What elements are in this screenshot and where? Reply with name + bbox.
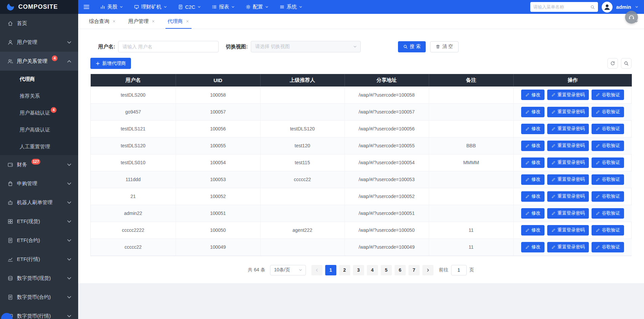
sidebar-item-6[interactable]: 机器人刷单管理 — [0, 193, 78, 212]
page-size-select[interactable]: 10条/页 — [270, 265, 306, 275]
goto-page-input[interactable] — [451, 265, 467, 275]
cell-referrer: test115 — [260, 154, 345, 171]
sidebar-subitem-1[interactable]: 代理商 — [0, 71, 78, 88]
sidebar-item-1[interactable]: 首页 — [0, 14, 78, 33]
edit-button[interactable]: 修改 — [521, 242, 545, 252]
filter-bar: 用户名: 切换视图: 请选择 切换视图 搜 索 清 空 — [90, 29, 631, 52]
tab-close-icon[interactable] — [112, 19, 116, 23]
edit-button[interactable]: 修改 — [521, 124, 545, 134]
sidebar-item-7[interactable]: ETF(现货) — [0, 212, 78, 231]
avatar[interactable] — [602, 2, 613, 13]
nav-item-5[interactable]: 配置 — [240, 0, 274, 14]
edit-icon — [596, 144, 600, 148]
action-button-label: 谷歌验证 — [602, 227, 620, 233]
sidebar-item-5[interactable]: 申购管理 — [0, 174, 78, 193]
caret-up-icon — [66, 58, 72, 64]
google-auth-button[interactable]: 谷歌验证 — [592, 225, 624, 236]
reset-password-button[interactable]: 重置登录密码 — [547, 141, 589, 151]
doc-icon — [178, 4, 183, 9]
sidebar-item-label: ETF(合约) — [17, 237, 40, 244]
google-auth-button[interactable]: 谷歌验证 — [592, 90, 624, 100]
sidebar-subitem-label: 用户基础认证 — [20, 110, 50, 116]
google-auth-button[interactable]: 谷歌验证 — [592, 174, 624, 185]
refresh-button[interactable] — [607, 58, 618, 69]
page-button-5[interactable]: 5 — [381, 265, 392, 275]
sidebar-subitem-4[interactable]: 用户高级认证 — [0, 121, 78, 138]
edit-button[interactable]: 修改 — [521, 225, 545, 236]
view-select[interactable]: 请选择 切换视图 — [251, 41, 361, 52]
edit-button[interactable]: 修改 — [521, 157, 545, 168]
username-label: 用户名: — [98, 44, 115, 50]
reset-password-button[interactable]: 重置登录密码 — [547, 157, 589, 168]
cell-actions: 修改重置登录密码谷歌验证 — [513, 171, 632, 188]
reset-password-button[interactable]: 重置登录密码 — [547, 107, 589, 117]
tab-2[interactable]: 用户管理 — [122, 14, 161, 29]
google-auth-button[interactable]: 谷歌验证 — [592, 191, 624, 202]
page-button-7[interactable]: 7 — [408, 265, 420, 275]
caret-down-icon — [66, 238, 72, 243]
sidebar-item-9[interactable]: ETF(行情) — [0, 250, 78, 269]
sidebar-item-4[interactable]: 财务127 — [0, 155, 78, 174]
search-button[interactable]: 搜 索 — [398, 41, 426, 52]
reset-password-button[interactable]: 重置登录密码 — [547, 208, 589, 219]
menu-search — [530, 2, 598, 12]
column-header-3: 上级推荐人 — [260, 74, 345, 87]
reset-password-button[interactable]: 重置登录密码 — [547, 90, 589, 100]
page-button-1[interactable]: 1 — [325, 265, 336, 275]
edit-icon — [551, 127, 556, 131]
reset-password-button[interactable]: 重置登录密码 — [547, 191, 589, 202]
user-chevron-down-icon[interactable] — [635, 5, 639, 9]
sidebar-item-2[interactable]: 用户管理 — [0, 33, 78, 52]
nav-item-4[interactable]: 报表 — [206, 0, 240, 14]
google-auth-button[interactable]: 谷歌验证 — [592, 124, 624, 134]
reset-password-button[interactable]: 重置登录密码 — [547, 242, 589, 252]
google-auth-button[interactable]: 谷歌验证 — [592, 141, 624, 151]
google-auth-button[interactable]: 谷歌验证 — [592, 107, 624, 117]
nav-item-2[interactable]: 理财矿机 — [129, 0, 173, 14]
tab-close-icon[interactable] — [151, 19, 155, 23]
page-button-3[interactable]: 3 — [353, 265, 364, 275]
reset-password-button[interactable]: 重置登录密码 — [547, 124, 589, 134]
edit-button[interactable]: 修改 — [521, 208, 545, 219]
cell-remark — [429, 103, 513, 120]
nav-item-1[interactable]: 美股 — [95, 0, 129, 14]
caret-down-icon — [66, 200, 72, 205]
nav-item-6[interactable]: 系统 — [274, 0, 308, 14]
edit-button[interactable]: 修改 — [521, 174, 545, 185]
google-auth-button[interactable]: 谷歌验证 — [592, 208, 624, 219]
edit-button[interactable]: 修改 — [521, 141, 545, 151]
sidebar-subitem-2[interactable]: 推荐关系 — [0, 88, 78, 104]
edit-button[interactable]: 修改 — [521, 191, 545, 202]
username-input[interactable] — [118, 41, 219, 52]
add-agent-button[interactable]: 新增代理商 — [90, 58, 131, 69]
page-button-4[interactable]: 4 — [367, 265, 378, 275]
page-button-6[interactable]: 6 — [395, 265, 406, 275]
next-page-button[interactable] — [422, 265, 434, 275]
sidebar-subitem-5[interactable]: 人工重置管理 — [0, 138, 78, 155]
sidebar-item-3[interactable]: 用户关系管理4 — [0, 52, 78, 71]
clear-button[interactable]: 清 空 — [430, 41, 459, 52]
support-float-button[interactable] — [625, 11, 638, 24]
prev-page-button[interactable] — [311, 265, 323, 275]
action-button-label: 修改 — [531, 109, 540, 115]
tab-close-icon[interactable] — [185, 19, 190, 23]
sidebar-item-8[interactable]: ETF(合约) — [0, 231, 78, 250]
table-search-toggle-button[interactable] — [621, 58, 631, 69]
page-button-2[interactable]: 2 — [339, 265, 350, 275]
sidebar-item-10[interactable]: 数字货币(现货) — [0, 269, 78, 288]
sidebar-subitem-3[interactable]: 用户基础认证4 — [0, 104, 78, 121]
google-auth-button[interactable]: 谷歌验证 — [592, 157, 624, 168]
hamburger-menu-icon[interactable] — [78, 0, 95, 14]
reset-password-button[interactable]: 重置登录密码 — [547, 174, 589, 185]
cell-uid: 100050 — [176, 222, 260, 239]
reset-password-button[interactable]: 重置登录密码 — [547, 225, 589, 236]
edit-button[interactable]: 修改 — [521, 107, 545, 117]
page-size-value: 10条/页 — [274, 267, 290, 273]
edit-button[interactable]: 修改 — [521, 90, 545, 100]
google-auth-button[interactable]: 谷歌验证 — [592, 242, 624, 252]
tab-3[interactable]: 代理商 — [161, 14, 196, 29]
tab-1[interactable]: 综合查询 — [83, 14, 122, 29]
sidebar-item-11[interactable]: 数字货币(合约) — [0, 288, 78, 306]
menu-search-input[interactable] — [533, 4, 588, 9]
nav-item-3[interactable]: C2C — [173, 0, 206, 14]
